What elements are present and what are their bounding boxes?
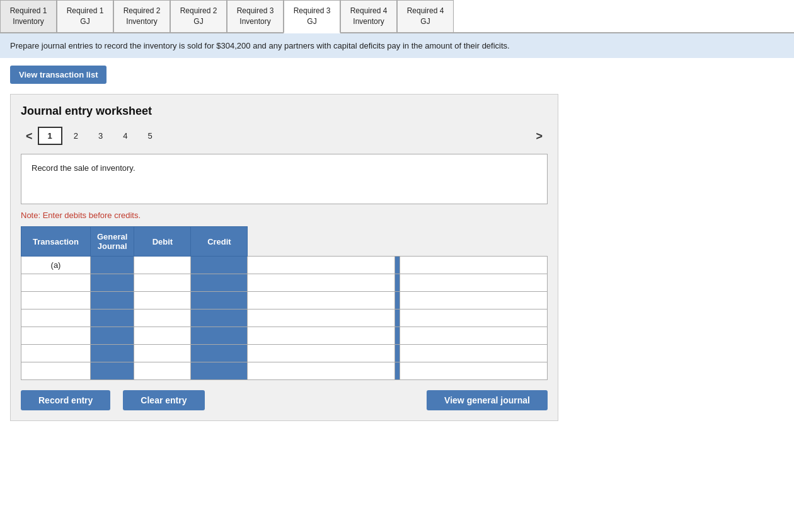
input-gj-3[interactable] xyxy=(134,309,190,327)
transaction-note-text: Record the sale of inventory. xyxy=(32,163,135,173)
gj-left-indicator-0 xyxy=(91,257,134,274)
credit-left-indicator-0 xyxy=(395,257,400,274)
cell-credit-4[interactable] xyxy=(400,327,548,345)
credit-left-indicator-2 xyxy=(395,292,400,309)
debit-left-indicator-1 xyxy=(191,274,248,292)
journal-table: Transaction General Journal Debit Credit… xyxy=(21,226,548,380)
page-2[interactable]: 2 xyxy=(65,128,87,144)
table-row xyxy=(21,292,548,309)
cell-debit-6[interactable] xyxy=(248,362,395,380)
cell-debit-0[interactable] xyxy=(248,257,395,274)
input-credit-1[interactable] xyxy=(400,274,547,291)
input-credit-3[interactable] xyxy=(400,309,547,327)
cell-credit-6[interactable] xyxy=(400,362,548,380)
input-credit-6[interactable] xyxy=(400,362,547,379)
cell-debit-3[interactable] xyxy=(248,309,395,327)
transaction-note: Record the sale of inventory. xyxy=(21,154,548,204)
cell-credit-5[interactable] xyxy=(400,345,548,362)
worksheet-container: Journal entry worksheet < 1 2 3 4 5 > Re… xyxy=(10,94,558,421)
cell-debit-1[interactable] xyxy=(248,274,395,292)
debit-left-indicator-0 xyxy=(191,257,248,274)
cell-gj-3[interactable] xyxy=(134,309,191,327)
cell-transaction-5 xyxy=(21,345,91,362)
action-buttons: Record entry Clear entry View general jo… xyxy=(21,390,548,410)
view-transactions-button[interactable]: View transaction list xyxy=(10,66,106,84)
tab-req4-gj[interactable]: Required 4GJ xyxy=(397,0,454,32)
record-entry-button[interactable]: Record entry xyxy=(21,390,110,410)
cell-transaction-3 xyxy=(21,309,91,327)
input-debit-0[interactable] xyxy=(248,257,394,274)
tab-req4-inventory[interactable]: Required 4Inventory xyxy=(340,0,397,32)
input-debit-1[interactable] xyxy=(248,274,394,291)
cell-gj-5[interactable] xyxy=(134,345,191,362)
input-credit-5[interactable] xyxy=(400,345,547,362)
cell-gj-0[interactable] xyxy=(134,257,191,274)
view-general-journal-button[interactable]: View general journal xyxy=(427,390,548,410)
gj-left-indicator-6 xyxy=(91,362,134,380)
tab-req3-gj[interactable]: Required 3GJ xyxy=(284,0,340,33)
input-gj-2[interactable] xyxy=(134,292,190,309)
input-credit-4[interactable] xyxy=(400,327,547,344)
page-left-arrow[interactable]: < xyxy=(21,128,38,144)
input-credit-2[interactable] xyxy=(400,292,547,309)
credit-left-indicator-4 xyxy=(395,327,400,345)
cell-credit-2[interactable] xyxy=(400,292,548,309)
cell-gj-2[interactable] xyxy=(134,292,191,309)
gj-left-indicator-2 xyxy=(91,292,134,309)
tab-bar: Required 1Inventory Required 1GJ Require… xyxy=(0,0,794,33)
cell-gj-6[interactable] xyxy=(134,362,191,380)
cell-gj-1[interactable] xyxy=(134,274,191,292)
input-debit-5[interactable] xyxy=(248,345,394,362)
page-1[interactable]: 1 xyxy=(38,127,62,145)
input-gj-4[interactable] xyxy=(134,327,190,344)
table-row xyxy=(21,345,548,362)
cell-debit-2[interactable] xyxy=(248,292,395,309)
debit-left-indicator-3 xyxy=(191,309,248,327)
cell-credit-0[interactable] xyxy=(400,257,548,274)
table-row xyxy=(21,274,548,292)
table-row xyxy=(21,309,548,327)
debit-left-indicator-4 xyxy=(191,327,248,345)
cell-credit-3[interactable] xyxy=(400,309,548,327)
input-debit-3[interactable] xyxy=(248,309,394,327)
input-gj-1[interactable] xyxy=(134,274,190,291)
table-row xyxy=(21,327,548,345)
cell-credit-1[interactable] xyxy=(400,274,548,292)
gj-left-indicator-4 xyxy=(91,327,134,345)
input-gj-0[interactable] xyxy=(134,257,190,274)
worksheet-title: Journal entry worksheet xyxy=(21,105,548,118)
page-5[interactable]: 5 xyxy=(139,128,161,144)
page-right-arrow[interactable]: > xyxy=(531,128,548,144)
instruction-banner: Prepare journal entries to record the in… xyxy=(0,33,794,59)
gj-left-indicator-5 xyxy=(91,345,134,362)
tab-req2-gj[interactable]: Required 2GJ xyxy=(170,0,227,32)
col-header-debit: Debit xyxy=(134,227,191,257)
page-3[interactable]: 3 xyxy=(89,128,112,144)
tab-req1-inventory[interactable]: Required 1Inventory xyxy=(0,0,57,32)
cell-debit-4[interactable] xyxy=(248,327,395,345)
page-4[interactable]: 4 xyxy=(114,128,136,144)
cell-transaction-0: (a) xyxy=(21,257,91,274)
cell-debit-5[interactable] xyxy=(248,345,395,362)
input-gj-6[interactable] xyxy=(134,362,190,379)
tab-req2-inventory[interactable]: Required 2Inventory xyxy=(113,0,170,32)
clear-entry-button[interactable]: Clear entry xyxy=(123,390,204,410)
pagination-row: < 1 2 3 4 5 > xyxy=(21,127,548,145)
credit-left-indicator-6 xyxy=(395,362,400,380)
gj-left-indicator-3 xyxy=(91,309,134,327)
cell-gj-4[interactable] xyxy=(134,327,191,345)
debit-left-indicator-2 xyxy=(191,292,248,309)
credit-left-indicator-3 xyxy=(395,309,400,327)
tab-req3-inventory[interactable]: Required 3Inventory xyxy=(227,0,284,32)
input-debit-6[interactable] xyxy=(248,362,394,379)
tab-req1-gj[interactable]: Required 1GJ xyxy=(57,0,113,32)
credit-left-indicator-1 xyxy=(395,274,400,292)
cell-transaction-1 xyxy=(21,274,91,292)
input-debit-2[interactable] xyxy=(248,292,394,309)
input-credit-0[interactable] xyxy=(400,257,547,274)
input-debit-4[interactable] xyxy=(248,327,394,344)
cell-transaction-4 xyxy=(21,327,91,345)
debit-left-indicator-5 xyxy=(191,345,248,362)
col-header-credit: Credit xyxy=(191,227,248,257)
input-gj-5[interactable] xyxy=(134,345,190,362)
